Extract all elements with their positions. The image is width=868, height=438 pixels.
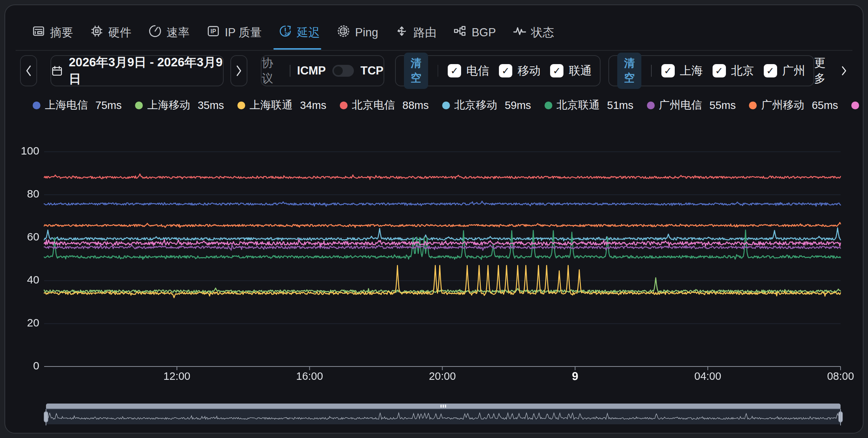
next-date-button[interactable]: [230, 55, 247, 86]
tab-label: IP 质量: [225, 25, 262, 40]
checkbox-checked-icon: [713, 64, 726, 77]
divider: [438, 65, 438, 77]
protocol-option-icmp[interactable]: ICMP: [297, 64, 326, 77]
more-button[interactable]: 更多: [814, 55, 848, 86]
city-clear-button[interactable]: 清空: [617, 53, 641, 89]
divider: [651, 65, 651, 77]
legend-value: 35ms: [198, 99, 224, 112]
legend-marker: [340, 102, 348, 109]
legend-name: 上海移动: [147, 98, 190, 113]
minimap-sparkline: [46, 409, 841, 424]
hardware-icon: [90, 24, 103, 41]
checkbox-checked-icon: [550, 64, 563, 77]
carrier-filter-group: 清空 电信 移动 联通: [395, 55, 601, 86]
carrier-clear-button[interactable]: 清空: [404, 53, 428, 89]
legend-name: 上海电信: [45, 98, 88, 113]
legend-item[interactable]: 北京移动59ms: [442, 98, 531, 113]
tab-label: 延迟: [297, 25, 320, 40]
protocol-toggle[interactable]: [332, 65, 354, 77]
tab-label: BGP: [471, 26, 496, 39]
protocol-label: 协议: [262, 55, 283, 86]
checkbox-checked-icon: [764, 64, 777, 77]
legend-item[interactable]: 上海联通34ms: [237, 98, 326, 113]
city-checkbox-beijing[interactable]: 北京: [713, 63, 754, 79]
tabs-divider: [16, 50, 852, 51]
datazoom-rail[interactable]: [46, 404, 841, 409]
date-range-label: 2026年3月9日 - 2026年3月9日: [69, 54, 223, 87]
legend-name: 北京移动: [454, 98, 497, 113]
protocol-option-tcp[interactable]: TCP: [361, 64, 384, 77]
checkbox-checked-icon: [499, 64, 512, 77]
legend-item[interactable]: 广州移动65ms: [749, 98, 838, 113]
tab-hardware[interactable]: 硬件: [90, 16, 131, 50]
city-filter-group: 清空 上海 北京 广州: [608, 55, 814, 86]
route-icon: [395, 24, 408, 41]
date-range-picker[interactable]: 2026年3月9日 - 2026年3月9日: [50, 55, 224, 86]
legend-item[interactable]: 上海移动35ms: [135, 98, 224, 113]
legend-item[interactable]: 广州联通57ms: [851, 98, 864, 113]
calendar-icon: [51, 64, 63, 77]
dashboard-card: 摘要 硬件 速率 IP IP 质量 24 延迟 Ping 路由 BGP: [4, 4, 864, 434]
legend-item[interactable]: 北京联通51ms: [545, 98, 634, 113]
tab-label: 摘要: [50, 25, 73, 40]
tab-label: Ping: [355, 26, 378, 39]
tab-ip-quality[interactable]: IP IP 质量: [207, 16, 262, 50]
city-checkbox-guangzhou[interactable]: 广州: [764, 63, 805, 79]
tab-ping[interactable]: Ping: [337, 16, 378, 50]
legend-value: 59ms: [505, 99, 531, 112]
legend-value: 55ms: [710, 99, 736, 112]
legend-marker: [647, 102, 655, 109]
checkbox-label: 广州: [782, 63, 805, 79]
tab-summary[interactable]: 摘要: [32, 16, 73, 50]
filter-toolbar: 2026年3月9日 - 2026年3月9日 协议 ICMP TCP 清空 电信 …: [20, 55, 848, 86]
status-icon: [513, 24, 526, 41]
legend-marker: [749, 102, 757, 109]
checkbox-checked-icon: [661, 64, 675, 77]
chevron-right-icon: [235, 65, 243, 77]
datazoom-left-handle[interactable]: [44, 411, 48, 422]
tab-route[interactable]: 路由: [395, 16, 436, 50]
tab-label: 硬件: [108, 25, 131, 40]
ip-quality-icon: IP: [207, 24, 220, 41]
legend-name: 北京联通: [557, 98, 600, 113]
legend-value: 88ms: [402, 99, 429, 112]
prev-date-button[interactable]: [20, 55, 37, 86]
datazoom-right-handle[interactable]: [838, 411, 843, 422]
legend-value: 34ms: [300, 99, 326, 112]
carrier-checkbox-unicom[interactable]: 联通: [550, 63, 592, 79]
legend-value: 75ms: [95, 99, 122, 112]
toggle-knob: [334, 66, 343, 75]
divider: [290, 65, 290, 77]
checkbox-label: 联通: [569, 63, 592, 79]
legend-item[interactable]: 上海电信75ms: [33, 98, 122, 113]
city-checkbox-shanghai[interactable]: 上海: [661, 63, 703, 79]
more-label: 更多: [814, 55, 836, 86]
legend-marker: [851, 102, 859, 109]
legend-item[interactable]: 北京电信88ms: [340, 98, 429, 113]
svg-text:24: 24: [285, 31, 290, 36]
tab-label: 速率: [167, 25, 190, 40]
svg-text:IP: IP: [211, 28, 216, 34]
chart-legend: 上海电信75ms 上海移动35ms 上海联通34ms 北京电信88ms 北京移动…: [33, 98, 852, 113]
tab-latency[interactable]: 24 延迟: [279, 16, 320, 50]
latency-chart[interactable]: [5, 135, 864, 387]
tab-status[interactable]: 状态: [513, 16, 554, 50]
datazoom-minimap[interactable]: [46, 409, 841, 424]
ping-icon: [337, 24, 350, 41]
summary-icon: [32, 24, 45, 41]
legend-name: 广州电信: [659, 98, 702, 113]
checkbox-label: 北京: [731, 63, 754, 79]
carrier-checkbox-telecom[interactable]: 电信: [448, 63, 489, 79]
legend-name: 上海联通: [250, 98, 293, 113]
legend-marker: [237, 102, 245, 109]
legend-marker: [442, 102, 450, 109]
tab-speed[interactable]: 速率: [148, 16, 190, 50]
datazoom-grip-icon[interactable]: [441, 405, 446, 408]
checkbox-label: 上海: [680, 63, 703, 79]
legend-marker: [33, 102, 40, 109]
legend-item[interactable]: 广州电信55ms: [647, 98, 736, 113]
carrier-checkbox-mobile[interactable]: 移动: [499, 63, 540, 79]
tab-label: 路由: [413, 25, 436, 40]
checkbox-label: 电信: [466, 63, 489, 79]
tab-bgp[interactable]: BGP: [453, 16, 496, 50]
